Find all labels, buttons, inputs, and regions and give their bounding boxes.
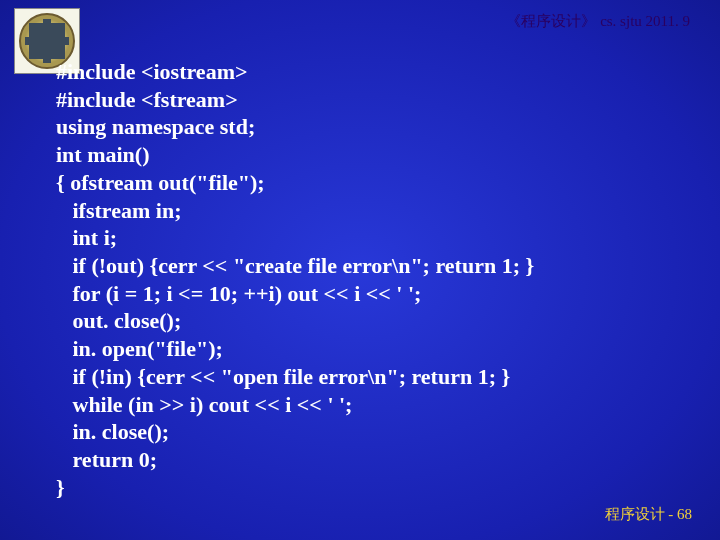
code-block: #include <iostream> #include <fstream> u… bbox=[56, 58, 534, 502]
slide-header: 《程序设计》 cs. sjtu 2011. 9 bbox=[506, 12, 690, 31]
slide-footer: 程序设计 - 68 bbox=[605, 505, 693, 524]
logo-gear-icon bbox=[29, 23, 65, 59]
